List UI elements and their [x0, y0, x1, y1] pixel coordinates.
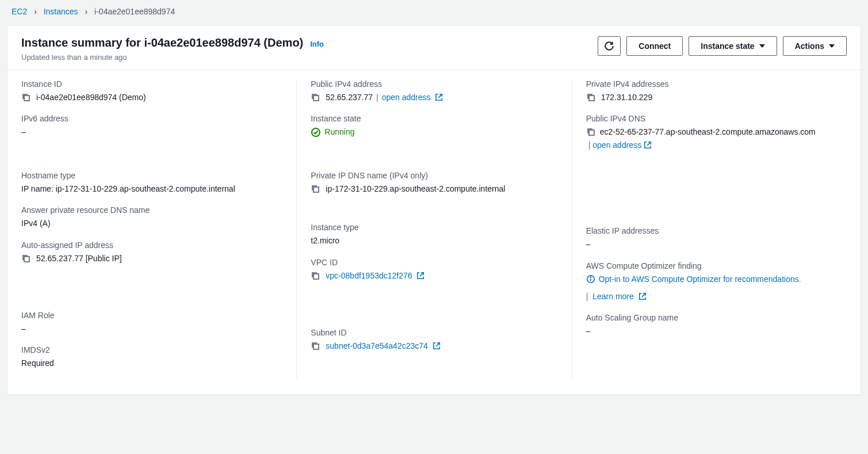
field-private-dns: Private IP DNS name (IPv4 only) ip-172-3… [311, 171, 557, 195]
svg-rect-8 [589, 130, 594, 135]
optimizer-link[interactable]: Opt-in to AWS Compute Optimizer for reco… [599, 274, 801, 284]
caret-down-icon [759, 44, 765, 48]
breadcrumb: EC2 › Instances › i-04ae2e01ee898d974 [0, 0, 868, 25]
svg-rect-0 [24, 96, 29, 101]
field-label: Auto Scaling Group name [586, 313, 833, 322]
field-answer-dns: Answer private resource DNS name IPv4 (A… [21, 205, 282, 230]
field-imdsv2: IMDSv2 Required [21, 345, 282, 369]
panel-header: Instance summary for i-04ae2e01ee898d974… [7, 26, 861, 70]
check-circle-icon [311, 127, 321, 138]
field-instance-id: Instance ID i-04ae2e01ee898d974 (Demo) [21, 79, 282, 104]
field-public-ipv4: Public IPv4 address 52.65.237.77 | open … [311, 79, 557, 104]
svg-rect-2 [313, 96, 319, 101]
field-auto-ip: Auto-assigned IP address 52.65.237.77 [P… [21, 241, 282, 265]
chevron-right-icon: › [34, 7, 37, 16]
refresh-icon [604, 41, 614, 51]
copy-icon[interactable] [311, 93, 320, 102]
field-value: ip-172-31-10-229.ap-southeast-2.compute.… [326, 182, 505, 195]
external-link-icon [644, 141, 652, 149]
field-label: Instance type [311, 223, 557, 232]
field-instance-state: Instance state Running [311, 114, 557, 138]
external-link-icon [435, 93, 443, 101]
svg-rect-5 [313, 274, 319, 279]
open-address-link[interactable]: open address [382, 91, 443, 104]
external-link-icon [433, 342, 441, 350]
chevron-right-icon: › [85, 7, 88, 16]
field-label: Public IPv4 DNS [586, 114, 833, 123]
field-value: – [21, 125, 26, 138]
field-value: 52.65.237.77 [Public IP] [36, 252, 122, 265]
field-label: Subnet ID [311, 328, 557, 337]
breadcrumb-ec2[interactable]: EC2 [12, 7, 27, 16]
detail-col-1: Instance ID i-04ae2e01ee898d974 (Demo) I… [21, 79, 296, 380]
svg-rect-1 [24, 257, 29, 262]
copy-icon[interactable] [311, 341, 320, 350]
svg-rect-4 [313, 187, 319, 192]
separator: | [586, 292, 588, 301]
field-ipv6: IPv6 address – [21, 114, 282, 138]
field-label: VPC ID [311, 258, 557, 267]
field-hostname-type: Hostname type IP name: ip-172-31-10-229.… [21, 171, 282, 195]
page-title: Instance summary for i-04ae2e01ee898d974… [21, 36, 303, 49]
external-link-icon [416, 272, 425, 280]
field-value: Required [21, 357, 54, 369]
caret-down-icon [829, 44, 835, 48]
svg-point-11 [590, 277, 591, 277]
field-value: – [586, 325, 591, 337]
copy-icon[interactable] [311, 271, 320, 280]
field-value: – [21, 322, 26, 335]
field-elastic-ip: Elastic IP addresses – [586, 226, 833, 250]
field-label: Instance state [311, 114, 557, 123]
field-optimizer: AWS Compute Optimizer finding Opt-in to … [586, 261, 833, 303]
header-actions: Connect Instance state Actions [598, 36, 847, 56]
field-value: IP name: ip-172-31-10-229.ap-southeast-2… [21, 184, 235, 193]
field-value: 52.65.237.77 [326, 91, 373, 104]
copy-icon[interactable] [21, 93, 30, 102]
actions-button-label: Actions [795, 41, 824, 51]
field-subnet: Subnet ID subnet-0d3a7e54a42c23c74 [311, 328, 557, 352]
actions-button[interactable]: Actions [783, 36, 847, 56]
svg-rect-6 [313, 344, 319, 349]
field-value: i-04ae2e01ee898d974 (Demo) [36, 91, 146, 104]
field-value: t2.micro [311, 234, 339, 247]
title-block: Instance summary for i-04ae2e01ee898d974… [21, 36, 324, 62]
field-label: Hostname type [21, 171, 282, 180]
instance-summary-panel: Instance summary for i-04ae2e01ee898d974… [7, 25, 861, 395]
field-value: 172.31.10.229 [601, 91, 653, 104]
instance-state-button[interactable]: Instance state [689, 36, 777, 56]
field-label: Answer private resource DNS name [21, 205, 282, 215]
field-label: Auto-assigned IP address [21, 241, 282, 250]
vpc-link[interactable]: vpc-08bdf1953dc12f276 [326, 269, 425, 282]
field-value: – [586, 238, 591, 250]
connect-button[interactable]: Connect [626, 36, 683, 56]
updated-subtitle: Updated less than a minute ago [21, 53, 324, 62]
field-value: ec2-52-65-237-77.ap-southeast-2.compute.… [600, 127, 816, 136]
open-address-link[interactable]: open address [592, 140, 652, 150]
detail-grid: Instance ID i-04ae2e01ee898d974 (Demo) I… [7, 70, 861, 394]
separator: | [376, 91, 378, 104]
field-vpc: VPC ID vpc-08bdf1953dc12f276 [311, 258, 557, 282]
field-public-dns: Public IPv4 DNS ec2-52-65-237-77.ap-sout… [586, 114, 833, 151]
subnet-link[interactable]: subnet-0d3a7e54a42c23c74 [326, 339, 440, 352]
field-label: Private IP DNS name (IPv4 only) [311, 171, 557, 180]
field-label: Elastic IP addresses [586, 226, 833, 235]
copy-icon[interactable] [586, 93, 595, 102]
field-label: AWS Compute Optimizer finding [586, 261, 833, 270]
instance-state-button-label: Instance state [701, 41, 754, 51]
field-label: IPv6 address [21, 114, 282, 123]
field-instance-type: Instance type t2.micro [311, 223, 557, 247]
field-label: IMDSv2 [21, 345, 282, 354]
field-private-ipv4: Private IPv4 addresses 172.31.10.229 [586, 79, 833, 104]
field-label: Private IPv4 addresses [586, 79, 833, 89]
separator: | [588, 140, 591, 150]
refresh-button[interactable] [598, 36, 621, 56]
field-iam: IAM Role – [21, 311, 282, 335]
copy-icon[interactable] [21, 254, 30, 263]
learn-more-link[interactable]: Learn more [592, 292, 646, 301]
svg-rect-7 [589, 96, 594, 101]
copy-icon[interactable] [311, 184, 320, 193]
copy-icon[interactable] [586, 127, 595, 136]
info-circle-icon [586, 274, 595, 284]
breadcrumb-instances[interactable]: Instances [44, 7, 78, 16]
info-link[interactable]: Info [310, 40, 324, 48]
